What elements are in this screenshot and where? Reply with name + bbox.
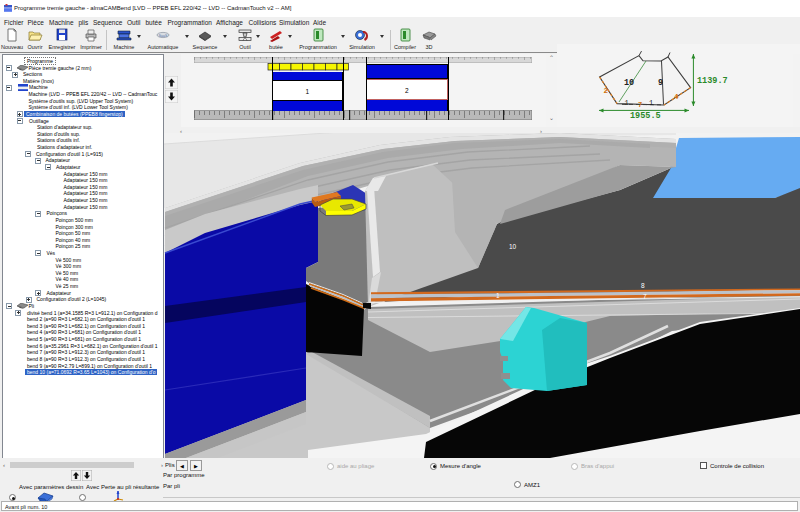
svg-text:10: 10 — [509, 243, 517, 250]
svg-text:1139.7: 1139.7 — [697, 76, 728, 86]
svg-text:9: 9 — [658, 78, 663, 88]
svg-text:10: 10 — [624, 78, 634, 88]
svg-text:4: 4 — [674, 93, 679, 101]
svg-text:2: 2 — [604, 87, 609, 95]
svg-text:1: 1 — [496, 292, 500, 299]
svg-text:1: 1 — [649, 99, 653, 107]
svg-text:7: 7 — [638, 101, 642, 109]
svg-text:1: 1 — [625, 99, 629, 107]
svg-text:1955.5: 1955.5 — [630, 111, 661, 121]
svg-text:SaaS: SaaS — [159, 34, 168, 38]
svg-text:7: 7 — [643, 293, 647, 300]
svg-text:8: 8 — [641, 282, 645, 289]
